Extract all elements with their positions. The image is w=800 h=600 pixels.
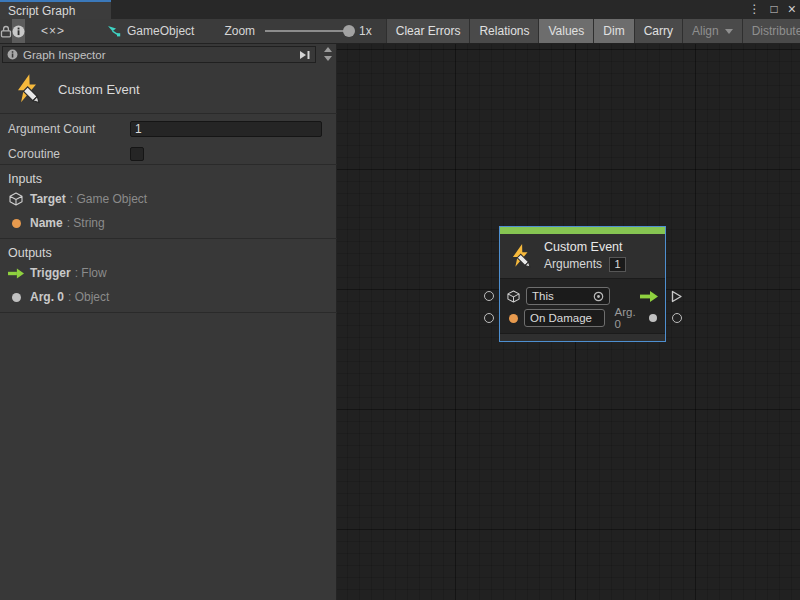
align-dropdown-button[interactable]: Align xyxy=(682,19,742,43)
node-row-name: On Damage Arg. 0 xyxy=(500,308,665,328)
lock-button[interactable] xyxy=(0,19,12,43)
zoom-value: 1x xyxy=(359,24,372,38)
outputs-section: Outputs Trigger : Flow Arg. 0 : Object xyxy=(0,238,337,308)
maximize-icon[interactable]: □ xyxy=(771,0,778,19)
zoom-label: Zoom xyxy=(224,24,255,38)
info-icon xyxy=(7,49,18,60)
info-icon xyxy=(12,25,25,38)
code-preview-button[interactable]: <×> xyxy=(41,19,65,43)
carry-button[interactable]: Carry xyxy=(634,19,682,43)
gameobject-icon xyxy=(107,25,121,37)
input-port-name[interactable] xyxy=(484,313,494,323)
inputs-title: Inputs xyxy=(8,172,337,186)
coroutine-row: Coroutine xyxy=(0,144,337,164)
port-row-trigger: Trigger : Flow xyxy=(8,262,337,284)
gameobject-reference[interactable]: GameObject xyxy=(107,19,194,43)
object-dot-icon xyxy=(649,314,657,322)
window-controls: ⋮ □ × xyxy=(749,0,796,19)
flow-arrow-icon xyxy=(8,268,24,279)
coroutine-checkbox[interactable] xyxy=(130,147,144,161)
clear-errors-button[interactable]: Clear Errors xyxy=(386,19,470,43)
cube-icon xyxy=(8,192,24,206)
zoom-slider-handle[interactable] xyxy=(343,25,355,37)
argument-count-input[interactable]: 1 xyxy=(130,121,322,137)
arguments-count-input[interactable]: 1 xyxy=(609,257,626,272)
flow-port-triangle-icon xyxy=(671,290,683,303)
tab-script-graph[interactable]: Script Graph xyxy=(0,0,111,19)
node-title: Custom Event xyxy=(544,240,626,254)
unity-visual-scripting-window: Script Graph ⋮ □ × <×> xyxy=(0,0,800,600)
inspector-toggle-button[interactable] xyxy=(12,19,25,43)
code-icon: <×> xyxy=(41,24,65,38)
graph-canvas[interactable]: Custom Event Arguments 1 This xyxy=(337,44,800,600)
argument-count-label: Argument Count xyxy=(8,122,130,136)
tab-label: Script Graph xyxy=(8,4,75,18)
node-body: This xyxy=(500,279,665,333)
relations-button[interactable]: Relations xyxy=(469,19,538,43)
distribute-dropdown-button[interactable]: Distribute xyxy=(742,19,800,43)
unit-title-block: Custom Event xyxy=(0,65,337,113)
close-icon[interactable]: × xyxy=(788,0,796,19)
graph-inspector-title: Graph Inspector xyxy=(23,49,299,61)
values-button[interactable]: Values xyxy=(538,19,593,43)
event-name-input[interactable]: On Damage xyxy=(524,309,605,327)
outputs-title: Outputs xyxy=(8,246,337,260)
custom-event-icon xyxy=(508,243,534,269)
dock-panel-icon[interactable] xyxy=(299,50,311,60)
argument-count-row: Argument Count 1 xyxy=(0,119,337,139)
gameobject-label: GameObject xyxy=(127,24,194,38)
graph-inspector-panel: Graph Inspector Custom Event Arg xyxy=(0,44,337,600)
node-header[interactable]: Custom Event Arguments 1 xyxy=(500,234,665,279)
lock-icon xyxy=(0,25,12,38)
inputs-section: Inputs Target : Game Object Name : Strin… xyxy=(0,164,337,234)
object-picker-icon[interactable] xyxy=(593,291,604,302)
custom-event-icon xyxy=(12,73,44,105)
window-menu-icon[interactable]: ⋮ xyxy=(749,0,761,19)
input-port-target[interactable] xyxy=(484,291,494,301)
node-row-target: This xyxy=(500,286,665,306)
arg0-label: Arg. 0 xyxy=(615,306,643,330)
unit-settings: Argument Count 1 Coroutine xyxy=(0,114,337,164)
scroll-down-icon[interactable] xyxy=(324,56,332,61)
zoom-slider[interactable] xyxy=(265,30,353,32)
cube-icon xyxy=(507,290,520,303)
custom-event-node[interactable]: Custom Event Arguments 1 This xyxy=(499,226,666,342)
chevron-down-icon xyxy=(725,29,733,34)
zoom-control: Zoom 1x xyxy=(224,19,371,43)
node-footer xyxy=(500,333,665,341)
target-object-field[interactable]: This xyxy=(526,287,610,305)
coroutine-label: Coroutine xyxy=(8,147,130,161)
port-row-target: Target : Game Object xyxy=(8,188,337,210)
panel-scroll-spinner[interactable] xyxy=(324,47,332,61)
object-dot-icon xyxy=(8,293,24,302)
flow-arrow-icon xyxy=(640,291,658,302)
toolbar-buttons: Clear Errors Relations Values Dim Carry … xyxy=(386,19,800,43)
output-port-trigger[interactable] xyxy=(671,290,683,306)
graph-toolbar: <×> GameObject Zoom 1x Clear Errors Rela… xyxy=(0,19,800,44)
arguments-label: Arguments xyxy=(544,257,602,271)
graph-inspector-header: Graph Inspector xyxy=(2,46,316,63)
tab-bar: Script Graph ⋮ □ × xyxy=(0,0,800,19)
port-row-name: Name : String xyxy=(8,212,337,234)
dim-button[interactable]: Dim xyxy=(593,19,633,43)
string-dot-icon xyxy=(509,314,518,323)
port-row-arg0: Arg. 0 : Object xyxy=(8,286,337,308)
event-node-green-bar xyxy=(500,227,665,234)
string-dot-icon xyxy=(8,219,24,228)
unit-title: Custom Event xyxy=(58,82,140,97)
scroll-up-icon[interactable] xyxy=(324,47,332,52)
divider xyxy=(0,312,337,313)
output-port-arg0[interactable] xyxy=(672,313,682,323)
